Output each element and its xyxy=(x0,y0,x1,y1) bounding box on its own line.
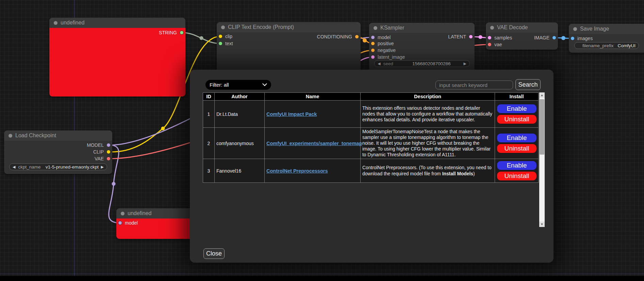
collapse-dot-icon[interactable] xyxy=(121,212,125,215)
extension-link[interactable]: ComfyUI_experiments/sampler_tonemap xyxy=(266,141,362,146)
extension-link[interactable]: ComfyUI Impact Pack xyxy=(266,111,317,117)
node-title-bar[interactable]: CLIP Text Encode (Prompt) xyxy=(217,22,361,32)
input-label: images xyxy=(577,36,593,41)
widget-value: ComfyUI xyxy=(617,43,635,48)
node-undefined-bottom[interactable]: undefined model xyxy=(116,208,195,239)
scroll-down-arrow-icon[interactable]: ▼ xyxy=(539,222,545,227)
collapse-dot-icon[interactable] xyxy=(573,27,577,31)
next-arrow-icon[interactable]: ▶ xyxy=(101,165,104,169)
samples-input-dot[interactable] xyxy=(488,36,492,40)
ckpt-name-widget[interactable]: ◀ ckpt_name v1-5-pruned-emaonly.ckpt ▶ xyxy=(9,163,107,170)
node-title-bar[interactable]: Save Image xyxy=(569,24,644,34)
latent-image-input-dot[interactable] xyxy=(371,55,375,59)
node-body-error[interactable]: model xyxy=(116,218,195,239)
node-body[interactable]: samples vae IMAGE xyxy=(486,33,558,50)
node-title: undefined xyxy=(128,210,151,216)
header-name: Name xyxy=(265,93,361,101)
filename-prefix-widget[interactable]: filename_prefix ComfyUI xyxy=(574,42,639,49)
table-scrollbar[interactable]: ▲ ▼ xyxy=(539,92,545,227)
node-title-bar[interactable]: undefined xyxy=(116,208,195,218)
input-label: positive xyxy=(378,41,394,46)
search-button[interactable]: Search xyxy=(515,79,541,90)
image-output-dot[interactable] xyxy=(552,36,556,40)
wire-dot-model[interactable] xyxy=(112,182,116,186)
widget-label: ckpt_name xyxy=(18,164,40,170)
string-output-dot[interactable] xyxy=(180,31,184,35)
search-input[interactable] xyxy=(435,81,513,89)
collapse-dot-icon[interactable] xyxy=(221,25,225,29)
node-load-checkpoint[interactable]: Load Checkpoint MODEL CLIP VAE ◀ ckpt_na… xyxy=(4,130,112,174)
collapse-dot-icon[interactable] xyxy=(9,134,12,138)
cell-description: This extension offers various detector n… xyxy=(361,101,495,128)
node-save-image[interactable]: Save Image images filename_prefix ComfyU… xyxy=(569,24,644,53)
node-vae-decode[interactable]: VAE Decode samples vae IMAGE xyxy=(486,22,558,50)
enable-button[interactable]: Enable xyxy=(497,161,537,170)
output-label: CONDITIONING xyxy=(317,34,352,39)
previous-arrow-icon[interactable]: ◀ xyxy=(13,165,15,169)
collapse-dot-icon[interactable] xyxy=(54,21,57,25)
model-output-dot[interactable] xyxy=(106,143,111,147)
uninstall-button[interactable]: Uninstall xyxy=(497,171,537,181)
negative-input-dot[interactable] xyxy=(371,48,375,52)
cell-author: comfyanonymous xyxy=(215,128,265,159)
latent-output-dot[interactable] xyxy=(469,35,473,39)
seed-widget[interactable]: ◀ seed 156680208700286 ▶ xyxy=(374,60,470,67)
input-label: model xyxy=(125,220,138,226)
extension-link[interactable]: ControlNet Preprocessors xyxy=(266,168,328,174)
widget-label: filename_prefix xyxy=(582,43,614,48)
close-button[interactable]: Close xyxy=(203,248,225,259)
wire-dot-conditioning[interactable] xyxy=(363,38,367,42)
clip-output-dot[interactable] xyxy=(106,150,111,154)
filter-dropdown-value: Filter: all xyxy=(210,82,229,88)
increment-arrow-icon[interactable]: ▶ xyxy=(464,62,466,66)
enable-button[interactable]: Enable xyxy=(497,133,537,143)
decrement-arrow-icon[interactable]: ◀ xyxy=(378,62,380,66)
wire-dot-image[interactable] xyxy=(561,36,565,40)
node-title: CLIP Text Encode (Prompt) xyxy=(228,24,294,30)
positive-input-dot[interactable] xyxy=(371,41,375,46)
images-input-dot[interactable] xyxy=(571,36,575,40)
node-undefined-top[interactable]: undefined STRING xyxy=(49,18,185,96)
clip-input-dot[interactable] xyxy=(218,34,222,38)
enable-button[interactable]: Enable xyxy=(497,104,537,113)
input-label: clip xyxy=(225,34,232,39)
model-input-dot[interactable] xyxy=(371,35,375,39)
node-title-bar[interactable]: undefined xyxy=(49,18,185,28)
widget-label: seed xyxy=(383,61,393,66)
header-id: ID xyxy=(203,93,215,101)
scroll-up-arrow-icon[interactable]: ▲ xyxy=(539,92,545,98)
model-input-dot[interactable] xyxy=(118,221,122,225)
node-title-bar[interactable]: KSampler xyxy=(369,23,475,33)
collapse-dot-icon[interactable] xyxy=(374,26,377,30)
node-body[interactable]: MODEL CLIP VAE ◀ ckpt_name v1-5-pruned-e… xyxy=(4,141,112,174)
node-body[interactable]: images filename_prefix ComfyUI xyxy=(569,34,644,53)
node-body[interactable]: model positive negative latent_image LAT… xyxy=(369,33,475,74)
node-title: undefined xyxy=(61,20,84,26)
widget-value: v1-5-pruned-emaonly.ckpt xyxy=(46,164,99,170)
input-label: vae xyxy=(494,42,502,47)
input-label: negative xyxy=(378,48,396,53)
output-label: IMAGE xyxy=(534,35,549,40)
node-title-bar[interactable]: VAE Decode xyxy=(486,22,558,33)
wire-dot-string[interactable] xyxy=(200,36,203,40)
vae-output-dot[interactable] xyxy=(106,157,111,161)
uninstall-button[interactable]: Uninstall xyxy=(497,144,537,153)
node-title-bar[interactable]: Load Checkpoint xyxy=(4,130,112,141)
text-input-dot[interactable] xyxy=(218,41,222,46)
cell-author: Dr.Lt.Data xyxy=(215,101,265,128)
node-ksampler[interactable]: KSampler model positive negative latent_… xyxy=(369,23,475,74)
node-title: Load Checkpoint xyxy=(15,133,56,139)
wire-dot-clip[interactable] xyxy=(161,127,165,130)
extensions-table: ID Author Name Description Install 1 Dr.… xyxy=(203,92,539,183)
vae-input-dot[interactable] xyxy=(488,42,492,47)
collapse-dot-icon[interactable] xyxy=(490,26,494,30)
node-body-error[interactable]: STRING xyxy=(49,28,185,96)
node-clip-text-encode[interactable]: CLIP Text Encode (Prompt) clip text COND… xyxy=(217,22,361,76)
uninstall-button[interactable]: Uninstall xyxy=(497,115,537,124)
filter-dropdown[interactable]: Filter: all xyxy=(205,80,271,90)
output-label: CLIP xyxy=(93,149,104,155)
conditioning-output-dot[interactable] xyxy=(355,35,359,39)
wire-dot-latent[interactable] xyxy=(479,35,482,39)
scrollbar-thumb[interactable] xyxy=(540,99,544,155)
custom-nodes-manager-dialog: Filter: all Search ID Author Name Descri… xyxy=(190,70,554,263)
